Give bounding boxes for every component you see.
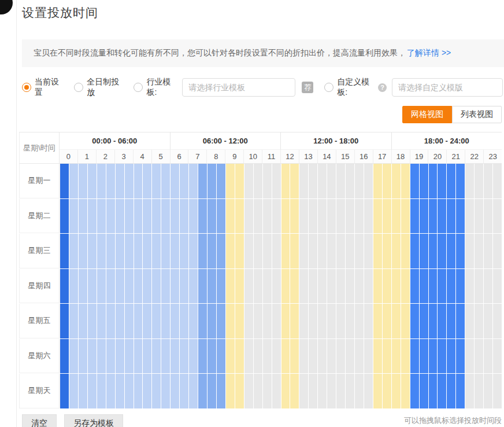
time-cell[interactable]	[281, 339, 290, 374]
time-cell[interactable]	[447, 304, 455, 338]
time-cell[interactable]	[226, 304, 235, 338]
custom-template-input[interactable]	[392, 78, 503, 97]
time-cell[interactable]	[281, 374, 290, 408]
time-cell[interactable]	[134, 234, 143, 268]
time-cell[interactable]	[318, 199, 327, 234]
time-cell[interactable]	[401, 374, 410, 408]
time-cell[interactable]	[493, 199, 502, 234]
time-cell[interactable]	[125, 234, 134, 268]
time-cell[interactable]	[290, 339, 299, 374]
time-cell[interactable]	[244, 374, 253, 408]
time-cell[interactable]	[336, 164, 345, 198]
time-cell[interactable]	[116, 374, 124, 408]
time-cell[interactable]	[456, 339, 465, 374]
time-cell[interactable]	[373, 374, 382, 408]
time-cell[interactable]	[226, 199, 235, 234]
save-as-template-button[interactable]: 另存为模板	[64, 414, 123, 427]
time-cell[interactable]	[438, 339, 446, 374]
time-cell[interactable]	[484, 269, 492, 304]
time-cell[interactable]	[410, 164, 419, 198]
time-cell[interactable]	[299, 339, 308, 374]
time-cell[interactable]	[69, 199, 78, 234]
time-cell[interactable]	[143, 199, 151, 234]
time-cell[interactable]	[88, 374, 97, 408]
time-cell[interactable]	[290, 234, 299, 268]
time-cell[interactable]	[207, 304, 216, 338]
time-cell[interactable]	[420, 304, 428, 338]
time-cell[interactable]	[254, 304, 262, 338]
time-cell[interactable]	[60, 374, 69, 408]
time-cell[interactable]	[244, 339, 253, 374]
time-cell[interactable]	[493, 164, 502, 198]
time-cell[interactable]	[272, 234, 281, 268]
time-cell[interactable]	[125, 164, 134, 198]
time-cell[interactable]	[254, 269, 262, 304]
time-cell[interactable]	[171, 234, 179, 268]
time-cell[interactable]	[217, 199, 225, 234]
time-cell[interactable]	[152, 269, 161, 304]
time-cell[interactable]	[272, 304, 281, 338]
time-cell[interactable]	[346, 374, 354, 408]
time-cell[interactable]	[180, 374, 188, 408]
time-cell[interactable]	[226, 339, 235, 374]
tab-list-view[interactable]: 列表视图	[452, 106, 502, 123]
time-cell[interactable]	[97, 304, 106, 338]
time-cell[interactable]	[69, 374, 78, 408]
time-cell[interactable]	[97, 164, 106, 198]
time-cell[interactable]	[79, 374, 87, 408]
time-cell[interactable]	[207, 199, 216, 234]
time-cell[interactable]	[180, 339, 188, 374]
time-cell[interactable]	[180, 304, 188, 338]
time-cell[interactable]	[106, 374, 115, 408]
time-cell[interactable]	[447, 199, 455, 234]
clear-button[interactable]: 清空	[22, 414, 57, 427]
time-cell[interactable]	[346, 164, 354, 198]
time-cell[interactable]	[207, 234, 216, 268]
time-cell[interactable]	[161, 374, 170, 408]
time-cell[interactable]	[125, 199, 134, 234]
time-cell[interactable]	[244, 199, 253, 234]
time-cell[interactable]	[447, 164, 455, 198]
time-cell[interactable]	[198, 304, 207, 338]
time-cell[interactable]	[106, 339, 115, 374]
time-cell[interactable]	[244, 304, 253, 338]
time-cell[interactable]	[373, 304, 382, 338]
time-cell[interactable]	[60, 269, 69, 304]
time-cell[interactable]	[60, 164, 69, 198]
time-cell[interactable]	[226, 269, 235, 304]
time-cell[interactable]	[88, 339, 97, 374]
time-cell[interactable]	[420, 374, 428, 408]
time-cell[interactable]	[438, 374, 446, 408]
time-cell[interactable]	[465, 269, 474, 304]
time-cell[interactable]	[327, 339, 336, 374]
time-cell[interactable]	[152, 304, 161, 338]
time-cell[interactable]	[429, 339, 438, 374]
time-cell[interactable]	[217, 339, 225, 374]
time-cell[interactable]	[290, 164, 299, 198]
time-cell[interactable]	[152, 339, 161, 374]
time-cell[interactable]	[226, 164, 235, 198]
time-cell[interactable]	[484, 199, 492, 234]
time-cell[interactable]	[336, 269, 345, 304]
time-cell[interactable]	[309, 234, 317, 268]
time-cell[interactable]	[198, 269, 207, 304]
time-cell[interactable]	[465, 199, 474, 234]
time-cell[interactable]	[143, 339, 151, 374]
time-cell[interactable]	[355, 199, 364, 234]
time-cell[interactable]	[309, 339, 317, 374]
time-cell[interactable]	[235, 339, 244, 374]
time-cell[interactable]	[88, 199, 97, 234]
time-cell[interactable]	[465, 234, 474, 268]
time-cell[interactable]	[383, 199, 391, 234]
time-cell[interactable]	[327, 304, 336, 338]
time-cell[interactable]	[161, 339, 170, 374]
time-cell[interactable]	[254, 339, 262, 374]
time-cell[interactable]	[198, 199, 207, 234]
time-cell[interactable]	[189, 269, 198, 304]
time-cell[interactable]	[79, 304, 87, 338]
time-cell[interactable]	[299, 304, 308, 338]
time-cell[interactable]	[106, 234, 115, 268]
time-cell[interactable]	[161, 234, 170, 268]
time-cell[interactable]	[299, 269, 308, 304]
time-cell[interactable]	[336, 339, 345, 374]
